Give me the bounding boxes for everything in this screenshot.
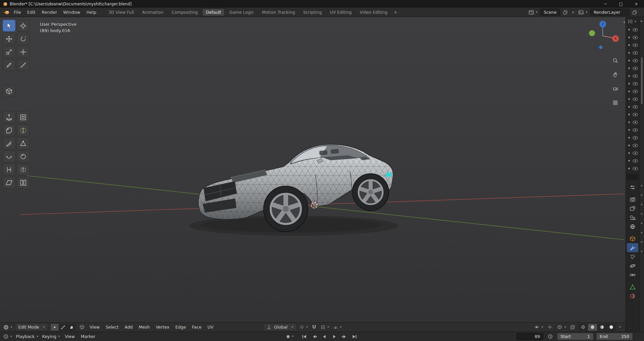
outliner-row[interactable] (626, 49, 639, 57)
render-layer-selector[interactable]: RenderLayer (590, 9, 630, 16)
outliner-row[interactable] (626, 95, 639, 103)
edge-select-button[interactable] (59, 324, 67, 331)
knife-tool-button[interactable] (3, 137, 15, 149)
visibility-eye-icon[interactable] (633, 51, 638, 55)
properties-tab-object-data[interactable] (627, 282, 638, 291)
panel-expand-arrow[interactable]: ▸ (641, 184, 643, 187)
edge-slide-tool-button[interactable] (3, 164, 15, 175)
poly-build-tool-button[interactable] (17, 137, 30, 149)
shading-solid-button[interactable] (588, 324, 597, 331)
properties-tab-physics[interactable] (627, 261, 638, 270)
minimize-button[interactable]: ─ (598, 0, 613, 8)
properties-tab-render[interactable] (627, 195, 638, 204)
grid-button[interactable] (610, 98, 620, 108)
keying-menu[interactable]: Keying ▾ (41, 333, 61, 340)
visibility-eye-icon[interactable] (633, 144, 638, 147)
panel-expand-arrow[interactable]: ▸ (641, 249, 643, 253)
visibility-eye-icon[interactable] (633, 113, 638, 116)
visibility-eye-icon[interactable] (633, 82, 638, 86)
menu-vertex[interactable]: Vertex (154, 324, 172, 331)
layout-tab-uv-editing[interactable]: UV Editing (326, 8, 355, 16)
layout-tab-compositing[interactable]: Compositing (168, 8, 201, 16)
render-layer-copies-button[interactable] (631, 9, 638, 15)
layout-tab-game-logic[interactable]: Game Logic (225, 8, 258, 16)
inset-faces-tool-button[interactable] (17, 111, 30, 123)
cursor-tool-button[interactable] (17, 20, 30, 32)
outliner-row[interactable] (626, 80, 639, 88)
outliner-row[interactable] (626, 26, 639, 34)
tweak-select-button[interactable] (3, 20, 15, 32)
overlays-dropdown[interactable]: ▾ (555, 324, 568, 330)
mode-dropdown[interactable]: Edit Mode ▾ (15, 323, 48, 331)
playback-menu[interactable]: Playback ▾ (15, 333, 40, 340)
auto-keyframe-toggle[interactable]: ▾ (285, 333, 294, 340)
properties-tab-particles[interactable] (627, 252, 638, 261)
panel-expand-arrow[interactable]: ▸ (641, 221, 643, 225)
camera-view-button[interactable] (610, 83, 620, 94)
add-cube-tool-button[interactable] (3, 85, 15, 97)
close-button[interactable]: × (629, 0, 644, 8)
outliner-row[interactable] (626, 118, 639, 126)
panel-expand-arrow[interactable]: ▸ (641, 231, 643, 234)
menu-window[interactable]: Window (60, 8, 83, 16)
scene-unlink-button[interactable]: × (570, 9, 576, 15)
outliner-row[interactable] (626, 88, 639, 95)
gizmo-y-axis[interactable] (589, 30, 595, 36)
properties-tab-scene[interactable] (627, 213, 638, 222)
layout-tab-default[interactable]: Default (202, 8, 225, 16)
visibility-eye-icon[interactable] (633, 152, 638, 155)
bevel-tool-button[interactable] (3, 124, 15, 136)
layout-tab-motion-tracking[interactable]: Motion Tracking (258, 8, 299, 16)
menu-select[interactable]: Select (103, 324, 121, 331)
face-select-button[interactable] (67, 324, 75, 331)
panel-expand-arrow[interactable]: ▸ (641, 212, 643, 215)
outliner-row[interactable] (626, 141, 639, 149)
shading-rendered-button[interactable] (607, 324, 616, 331)
occlude-geometry-toggle[interactable] (78, 324, 86, 330)
region-collapse-arrow[interactable]: ◂ (623, 20, 625, 24)
gizmos-toggle[interactable] (546, 324, 554, 330)
orientation-dropdown[interactable]: Global ▾ (263, 323, 296, 331)
layout-tab-scripting[interactable]: Scripting (300, 8, 326, 16)
outliner-row[interactable] (626, 111, 639, 118)
maximize-button[interactable]: □ (613, 0, 629, 8)
editor-type-button[interactable]: ▾ (2, 324, 14, 331)
visibility-eye-icon[interactable] (633, 74, 638, 78)
smooth-tool-button[interactable] (17, 151, 30, 162)
snap-target-dropdown[interactable]: ▾ (319, 324, 330, 330)
transform-tool-button[interactable] (17, 46, 30, 58)
gizmo-minus-z-axis[interactable] (599, 46, 602, 49)
play-reverse-button[interactable] (320, 333, 329, 340)
panel-expand-arrow[interactable]: ▸ (641, 240, 643, 243)
visibility-eye-icon[interactable] (633, 98, 638, 101)
shrink-fatten-tool-button[interactable] (17, 164, 30, 175)
rotate-tool-button[interactable] (17, 33, 30, 45)
properties-tab-render-layers[interactable] (627, 204, 638, 213)
menu-edit[interactable]: Edit (24, 8, 39, 16)
menu-mesh[interactable]: Mesh (137, 324, 152, 331)
properties-tab-material[interactable] (627, 291, 638, 300)
properties-tab-modifiers[interactable] (627, 243, 638, 252)
outliner-display-mode-dropdown[interactable]: ▾ (626, 17, 639, 26)
viewport-3d[interactable]: User Perspective (89) body.016 Z X (0, 17, 626, 322)
properties-tab-object[interactable] (627, 234, 638, 243)
menu-face[interactable]: Face (190, 324, 204, 331)
previous-keyframe-button[interactable] (310, 333, 319, 340)
loop-cut-tool-button[interactable] (17, 124, 30, 136)
next-keyframe-button[interactable] (340, 333, 349, 340)
properties-tab-tool[interactable] (627, 183, 638, 192)
annotate-tool-button[interactable] (3, 59, 15, 71)
outliner-row[interactable] (626, 64, 639, 72)
visibility-eye-icon[interactable] (633, 121, 638, 124)
timeline-editor-type-button[interactable]: ▾ (2, 333, 13, 340)
menu-edge[interactable]: Edge (173, 324, 188, 331)
outliner-row[interactable] (626, 72, 639, 80)
outliner-row[interactable] (626, 103, 639, 111)
layout-tab-animation[interactable]: Animation (139, 8, 167, 16)
visibility-eye-icon[interactable] (633, 128, 638, 132)
visibility-eye-icon[interactable] (633, 67, 638, 70)
viewport-canvas[interactable] (0, 17, 626, 322)
scene-selector[interactable]: Scene (540, 9, 560, 16)
region-expand-arrow[interactable]: ◂ (640, 19, 642, 23)
properties-tab-constraints[interactable] (627, 270, 638, 279)
